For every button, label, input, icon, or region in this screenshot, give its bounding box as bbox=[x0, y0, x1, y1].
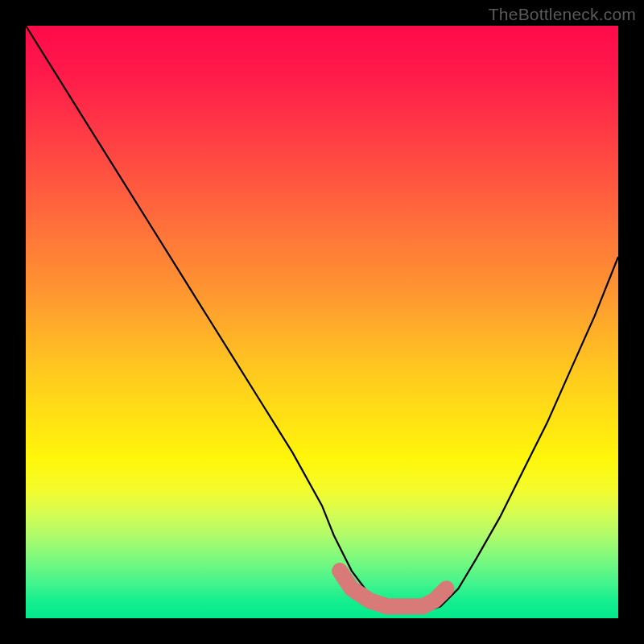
bottleneck-curve-path bbox=[26, 26, 618, 613]
watermark-text: TheBottleneck.com bbox=[489, 5, 636, 24]
chart-frame: TheBottleneck.com bbox=[0, 0, 644, 644]
curve-layer bbox=[26, 26, 618, 618]
plot-area bbox=[26, 26, 618, 618]
optimal-band-endpoint bbox=[440, 582, 453, 595]
